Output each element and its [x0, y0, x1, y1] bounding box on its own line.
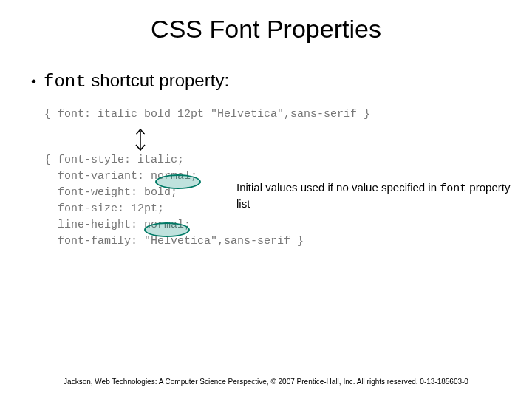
highlight-oval-icon — [144, 222, 190, 237]
expand-arrow-icon — [133, 127, 148, 158]
bullet-dot-icon: • — [31, 74, 36, 89]
bullet-text: font shortcut property: — [44, 70, 229, 92]
code-example: { font: italic bold 12pt "Helvetica",san… — [44, 106, 532, 250]
annotation-text: Initial values used if no value specifie… — [236, 180, 525, 211]
highlight-oval-icon — [155, 174, 201, 189]
annotation-pre: Initial values used if no value specifie… — [236, 181, 440, 194]
code-line-style: { font-style: italic; — [44, 152, 532, 168]
code-line-shorthand: { font: italic bold 12pt "Helvetica",san… — [44, 106, 532, 123]
code-line-lineheight: line-height: normal; — [44, 217, 532, 233]
annotation-mono: font — [440, 183, 466, 195]
code-line-family: font-family: "Helvetica",sans-serif } — [44, 233, 532, 250]
bullet-mono: font — [44, 72, 86, 92]
bullet-rest: shortcut property: — [86, 70, 229, 90]
footer-citation: Jackson, Web Technologies: A Computer Sc… — [0, 378, 532, 386]
page-title: CSS Font Properties — [0, 0, 532, 44]
bullet-item: • font shortcut property: — [31, 70, 532, 92]
